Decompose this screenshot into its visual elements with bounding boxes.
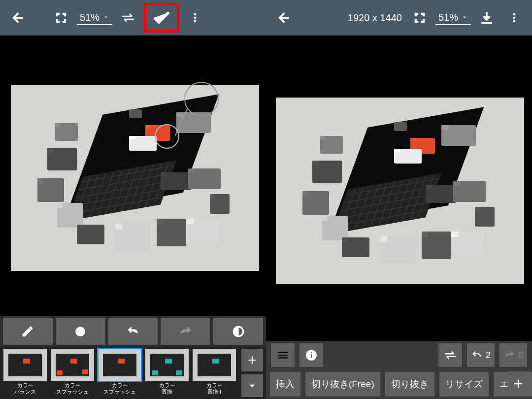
topbar-right: 1920 x 1440 51%	[266, 0, 532, 35]
filter-side-buttons	[241, 349, 263, 397]
caret-down-icon	[461, 14, 468, 21]
menu-button[interactable]	[271, 343, 295, 367]
canvas-left[interactable]	[0, 35, 266, 316]
add-tab-button[interactable]	[507, 371, 529, 396]
filter-color-replace-2[interactable]: カラー 置換II	[192, 349, 236, 395]
filter-label: カラー 置換II	[206, 382, 223, 395]
zoom-label: 51%	[438, 12, 458, 23]
redo-count-button: 0	[499, 343, 527, 367]
chevron-down-icon	[246, 379, 259, 392]
swap-horiz-icon	[443, 350, 458, 361]
image-dimensions: 1920 x 1440	[348, 12, 402, 24]
redo-count: 0	[518, 350, 523, 361]
photo-preview	[11, 85, 259, 271]
arrow-left-icon	[10, 10, 25, 25]
svg-point-2	[194, 20, 196, 22]
arrow-left-icon	[276, 10, 291, 25]
target-tool-button[interactable]	[56, 318, 105, 345]
tab-label: 切り抜き	[391, 378, 429, 391]
back-button[interactable]	[272, 6, 296, 30]
svg-point-5	[513, 13, 515, 15]
bottom-tools-right: 2 0 挿入 切り抜き(Free) 切り抜き リサイズ エフェ	[266, 341, 532, 399]
editor-panel-left: 51%	[0, 0, 266, 399]
undo-count: 2	[486, 350, 491, 361]
more-vert-icon	[189, 12, 201, 24]
download-icon	[479, 10, 495, 26]
redo-icon	[178, 325, 193, 338]
swap-button[interactable]	[116, 6, 140, 30]
add-filter-button[interactable]	[241, 349, 263, 371]
info-icon	[305, 349, 318, 362]
swap-button[interactable]	[438, 343, 462, 367]
topbar-left: 51%	[0, 0, 266, 35]
tab-label: リサイズ	[445, 378, 483, 391]
contrast-tool-button[interactable]	[213, 318, 263, 345]
redo-icon	[503, 350, 515, 361]
tab-resize[interactable]: リサイズ	[439, 372, 489, 397]
redo-button	[161, 318, 210, 345]
filter-color-replace-1[interactable]: カラー 置換	[145, 349, 189, 395]
undo-button[interactable]	[108, 318, 158, 345]
caret-down-icon	[102, 14, 109, 21]
more-vert-icon	[508, 12, 520, 24]
filter-strip: カラー バランス カラー スプラッシュ カラー スプラッシュ カラー 置換 カラ…	[0, 347, 266, 399]
back-button[interactable]	[6, 6, 30, 30]
plus-icon	[511, 377, 525, 391]
tab-crop-free[interactable]: 切り抜き(Free)	[305, 372, 380, 397]
photo-preview	[276, 98, 524, 284]
editor-panel-right: 1920 x 1440 51%	[266, 0, 532, 399]
fullscreen-icon	[55, 11, 67, 24]
fullscreen-button[interactable]	[49, 6, 73, 30]
bottom-tools-left: カラー バランス カラー スプラッシュ カラー スプラッシュ カラー 置換 カラ…	[0, 316, 266, 399]
more-button[interactable]	[183, 6, 207, 30]
pencil-tool-button[interactable]	[3, 318, 53, 345]
svg-point-1	[194, 17, 196, 19]
filter-label: カラー スプラッシュ	[56, 382, 89, 395]
filter-label: カラー 置換	[159, 382, 175, 395]
check-icon	[151, 7, 172, 29]
undo-icon	[471, 350, 483, 361]
filter-color-splash-2[interactable]: カラー スプラッシュ	[98, 349, 142, 395]
download-button[interactable]	[475, 6, 499, 30]
zoom-selector[interactable]: 51%	[77, 11, 112, 25]
tab-label: 切り抜き(Free)	[311, 378, 374, 391]
fullscreen-icon	[413, 11, 426, 24]
filter-label: カラー バランス	[14, 382, 36, 395]
svg-rect-9	[311, 354, 312, 358]
pencil-icon	[21, 325, 34, 338]
tab-insert[interactable]: 挿入	[270, 372, 300, 397]
contrast-icon	[232, 325, 245, 338]
undo-count-button[interactable]: 2	[467, 343, 495, 367]
svg-point-7	[513, 20, 515, 22]
svg-point-0	[194, 13, 196, 15]
swap-horiz-icon	[120, 12, 136, 24]
filter-color-balance[interactable]: カラー バランス	[3, 349, 47, 395]
plus-icon	[246, 354, 259, 366]
svg-point-6	[513, 17, 515, 19]
zoom-label: 51%	[80, 12, 100, 23]
canvas-right[interactable]	[266, 35, 532, 341]
info-button[interactable]	[299, 343, 323, 367]
svg-rect-10	[311, 352, 312, 353]
tab-crop[interactable]: 切り抜き	[385, 372, 434, 397]
filter-color-splash-1[interactable]: カラー スプラッシュ	[50, 349, 95, 395]
undo-icon	[126, 325, 140, 338]
target-circle-icon	[74, 325, 87, 338]
confirm-button[interactable]	[144, 3, 179, 33]
magnifier-preview	[184, 82, 219, 116]
fullscreen-button[interactable]	[408, 6, 432, 30]
tab-row: 挿入 切り抜き(Free) 切り抜き リサイズ エフェ	[266, 369, 532, 399]
action-row: 2 0	[266, 341, 532, 369]
zoom-selector[interactable]: 51%	[435, 11, 471, 25]
more-button[interactable]	[502, 6, 526, 30]
filter-label: カラー スプラッシュ	[103, 382, 136, 395]
tool-row	[0, 316, 266, 347]
svg-point-4	[79, 331, 81, 332]
menu-icon	[276, 349, 289, 362]
tab-label: 挿入	[276, 378, 295, 391]
expand-filters-button[interactable]	[241, 374, 263, 397]
